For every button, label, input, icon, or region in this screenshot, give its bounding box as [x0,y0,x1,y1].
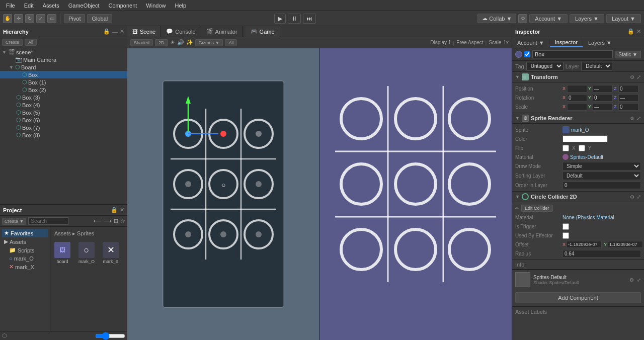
add-component-button[interactable]: Add Component [515,292,641,303]
tree-box-1[interactable]: ⬡ Box (1) [0,78,127,86]
trigger-checkbox[interactable] [562,223,569,230]
sprite-renderer-header[interactable]: ▼ 🖼 Sprite Renderer ⚙ ⤢ [512,113,644,124]
rot-z-field[interactable] [618,94,638,102]
sidebar-assets[interactable]: ▶ Assets [2,237,48,246]
tree-main-camera[interactable]: 📷 Main Camera [0,56,127,63]
tree-box-4[interactable]: ⬡ Box (4) [0,101,127,109]
object-name-field[interactable] [532,50,613,58]
radius-field[interactable] [562,250,641,258]
tab-console[interactable]: 💬 Console [161,26,201,37]
rot-x-field[interactable] [567,94,587,102]
scene-view[interactable]: ☺ [127,48,320,340]
play-button[interactable]: ▶ [274,14,286,24]
offset-y-field[interactable] [608,241,643,248]
light-icon[interactable]: ☀ [170,39,175,46]
project-item-mark-o[interactable]: ○ mark_O [76,240,97,266]
tree-scene[interactable]: ▼ 🎬 scene* [0,48,127,56]
rect-tool-icon[interactable]: ▭ [47,14,56,23]
circle-collider-header[interactable]: ▼ Circle Collider 2D ⚙ ⤢ [512,192,644,202]
view-mode-btn[interactable]: 2D [155,39,168,46]
layout-button[interactable]: Layout ▼ [606,14,641,23]
inspector-close-icon[interactable]: ✕ [636,28,641,35]
collider-expand-icon[interactable]: ⤢ [636,194,641,200]
scale-z-field[interactable] [618,103,638,111]
pos-z-field[interactable] [618,85,638,93]
menu-window[interactable]: Window [142,2,170,10]
rot-y-field[interactable] [593,94,613,102]
effector-checkbox[interactable] [562,232,569,239]
project-search-input[interactable] [28,217,68,225]
transform-settings-icon[interactable]: ⚙ [630,74,634,80]
scale-tool-icon[interactable]: ⤢ [36,14,45,23]
hand-tool-icon[interactable]: ✋ [3,14,12,23]
inspector-lock-icon[interactable]: 🔒 [627,28,634,35]
menu-gameobject[interactable]: GameObject [64,2,104,10]
project-zoom-slider[interactable] [95,332,125,340]
pivot-button[interactable]: Pivot [64,14,85,23]
sidebar-mark-x[interactable]: ✕ mark_X [2,263,48,271]
scale-y-field[interactable] [593,103,613,111]
rotate-tool-icon[interactable]: ↻ [25,14,34,23]
flip-y-checkbox[interactable] [579,145,585,151]
gizmos-btn[interactable]: Gizmos ▼ [195,39,223,46]
sidebar-mark-o[interactable]: ○ mark_O [2,254,48,263]
step-button[interactable]: ⏭ [303,14,316,24]
collab-button[interactable]: ☁ Collab ▼ [477,14,516,23]
menu-assets[interactable]: Assets [39,2,63,10]
tab-scene[interactable]: 🖼 Scene [127,26,161,37]
shading-dropdown[interactable]: Shaded [130,39,153,46]
hierarchy-all-btn[interactable]: All [25,39,37,46]
account-tab[interactable]: Account ▼ [512,39,550,47]
hierarchy-create-btn[interactable]: Create [2,39,23,46]
pt-icon-1[interactable]: ⟵ [94,218,102,224]
inspector-tab[interactable]: Inspector [550,38,583,47]
pos-x-field[interactable] [567,85,587,93]
sidebar-favorites[interactable]: ★ Favorites [2,229,48,237]
sidebar-scripts[interactable]: 📁 Scripts [2,246,48,254]
hierarchy-close-icon[interactable]: ✕ [120,28,124,35]
account-button[interactable]: Account ▼ [529,14,568,23]
layers-button[interactable]: Layers ▼ [570,14,604,23]
tree-box[interactable]: ⬡ Box [0,71,127,78]
menu-edit[interactable]: Edit [20,2,38,10]
flip-x-checkbox[interactable] [562,145,569,151]
layers-tab[interactable]: Layers ▼ [583,39,617,47]
tab-game[interactable]: 🎮 Game [246,26,280,37]
static-badge[interactable]: Static ▼ [615,51,641,58]
project-close-icon[interactable]: ✕ [120,207,124,213]
pt-icon-3[interactable]: ⊞ [114,218,118,224]
draw-mode-dropdown[interactable]: Simple [562,162,641,171]
sprite-renderer-expand-icon[interactable]: ⤢ [636,115,641,122]
color-swatch[interactable] [562,135,608,142]
menu-file[interactable]: File [2,2,19,10]
object-enabled-checkbox[interactable] [524,51,530,57]
tab-animator[interactable]: 🎬 Animator [201,26,243,37]
sprite-renderer-settings-icon[interactable]: ⚙ [630,116,634,121]
sorting-layer-dropdown[interactable]: Default [562,172,641,180]
tree-box-2[interactable]: ⬡ Box (2) [0,86,127,94]
sprites-default-expand-icon[interactable]: ⤢ [637,277,641,283]
hierarchy-minimize-icon[interactable]: — [112,29,118,35]
scale-x-field[interactable] [567,103,587,111]
tree-box-8[interactable]: ⬡ Box (8) [0,131,127,139]
effect-icon[interactable]: ✨ [186,39,193,46]
tag-dropdown[interactable]: Untagged [526,62,564,70]
transform-expand-icon[interactable]: ⤢ [636,74,641,80]
pause-button[interactable]: ⏸ [288,14,301,24]
sprites-default-settings-icon[interactable]: ⚙ [629,277,634,283]
order-field[interactable] [562,182,641,189]
collider-settings-icon[interactable]: ⚙ [630,194,634,200]
edit-collider-button[interactable]: Edit Collider [521,205,553,212]
tree-box-3[interactable]: ⬡ Box (3) [0,94,127,101]
menu-component[interactable]: Component [104,2,141,10]
pos-y-field[interactable] [593,85,613,93]
menu-help[interactable]: Help [171,2,190,10]
pt-icon-4[interactable]: ☆ [120,218,125,224]
cloud-icon[interactable]: ⚙ [518,14,527,23]
tree-box-5[interactable]: ⬡ Box (5) [0,109,127,116]
global-button[interactable]: Global [87,14,112,23]
audio-icon[interactable]: 🔊 [177,39,184,46]
project-item-board[interactable]: 🖼 board [52,240,72,266]
layer-dropdown[interactable]: Default [581,62,612,70]
project-create-btn[interactable]: Create ▼ [2,218,26,225]
